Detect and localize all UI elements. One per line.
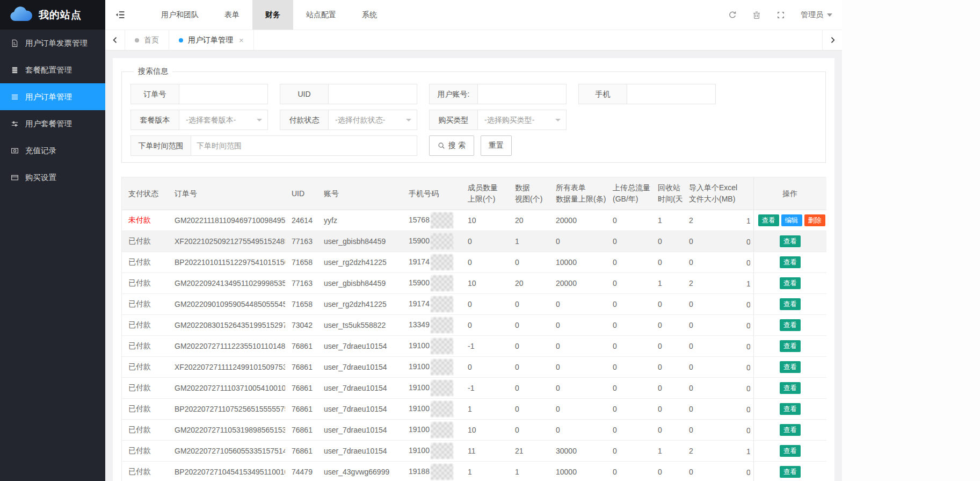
view-button[interactable]: 查看 (780, 298, 801, 310)
search-button[interactable]: 搜 索 (429, 135, 474, 156)
tab-label: 首页 (144, 35, 159, 45)
trash-icon[interactable] (752, 11, 761, 19)
account-input[interactable] (477, 84, 567, 104)
sidebar-item-label: 套餐配置管理 (25, 65, 72, 75)
phone-cell: 19100 (402, 399, 461, 420)
top-nav-item[interactable]: 表单 (212, 0, 252, 30)
truncated-value: 1 (746, 217, 750, 225)
actions-cell: 查看 (753, 441, 826, 462)
actions-cell: 查看 (753, 315, 826, 336)
table-row: 已付款GM2022092413495110299985356477163user… (122, 273, 826, 294)
truncated-value: 0 (746, 363, 750, 372)
data_views-cell: 1 (509, 231, 549, 252)
sidebar-item[interactable]: 用户订单发票管理 (0, 30, 105, 56)
order-cell: GM2022090109590544850555455 (168, 294, 285, 315)
data_views-cell: 0 (509, 294, 549, 315)
refresh-icon[interactable] (728, 11, 737, 19)
tab-dot-icon (135, 38, 139, 42)
column-header-status: 支付状态 (122, 177, 168, 210)
member_limit-cell: 0 (461, 357, 509, 378)
view-button[interactable]: 查看 (780, 319, 801, 331)
phone-cell: 19100 (402, 336, 461, 357)
data_views-cell: 0 (509, 336, 549, 357)
view-button[interactable]: 查看 (780, 466, 801, 478)
actions-cell: 查看 (753, 399, 826, 420)
recycle_days-cell: 0 (651, 252, 683, 273)
uid-cell: 76861 (285, 336, 317, 357)
delete-button[interactable]: 删除 (804, 214, 825, 226)
view-button[interactable]: 查看 (780, 256, 801, 268)
view-button[interactable]: 查看 (780, 277, 801, 289)
tabs-scroll-left-icon[interactable] (105, 30, 125, 50)
view-button[interactable]: 查看 (780, 340, 801, 352)
traffic-cell: 0 (606, 336, 651, 357)
sidebar-item[interactable]: 购买设置 (0, 164, 105, 191)
column-header-line1: 回收站 (658, 182, 676, 193)
pay-status-badge: 已付款 (128, 467, 151, 476)
search-legend: 搜索信息 (134, 67, 172, 76)
sidebar-item[interactable]: 用户套餐管理 (0, 110, 105, 137)
traffic-cell: 0 (606, 378, 651, 399)
truncated-value: 1 (746, 447, 750, 456)
member_limit-cell: 0 (461, 231, 509, 252)
recycle_days-cell: 0 (651, 399, 683, 420)
close-icon[interactable]: × (239, 36, 244, 44)
uid-input[interactable] (328, 84, 417, 104)
sidebar-item[interactable]: 充值记录 (0, 137, 105, 164)
column-header-line1: 操作 (757, 188, 824, 199)
status-cell: 已付款 (122, 357, 168, 378)
search-row-1: 订单号 UID 用户账号: 手机 (130, 84, 817, 104)
form_limit-cell: 0 (549, 315, 606, 336)
pay-status-select-value: -选择付款状态- (335, 116, 385, 124)
edit-button[interactable]: 编辑 (781, 214, 802, 226)
view-button[interactable]: 查看 (780, 382, 801, 394)
sidebar-item[interactable]: 用户订单管理 (0, 83, 105, 110)
phone-prefix: 19100 (409, 341, 430, 350)
phone-blur-mask (431, 338, 453, 354)
phone-input[interactable] (627, 84, 716, 104)
phone-blur-mask (431, 464, 453, 480)
pay-status-badge: 已付款 (128, 425, 151, 434)
view-button[interactable]: 查看 (780, 424, 801, 436)
data_views-cell: 0 (509, 378, 549, 399)
top-nav-item[interactable]: 系统 (349, 0, 390, 30)
order-no-input[interactable] (179, 84, 268, 104)
buy-type-select[interactable]: -选择购买类型- (477, 110, 567, 130)
uid-cell: 76861 (285, 378, 317, 399)
phone-cell: 19174 (402, 294, 461, 315)
column-header-line2: 数据量上限(条) (556, 193, 600, 205)
pay-status-select[interactable]: -选择付款状态- (328, 110, 417, 130)
column-header-line2: 上限(个) (468, 193, 502, 205)
phone-prefix: 13349 (409, 320, 430, 329)
pay-status-badge: 已付款 (128, 257, 151, 266)
column-header-line1: 成员数量 (468, 182, 502, 193)
view-button[interactable]: 查看 (780, 403, 801, 415)
top-nav-item[interactable]: 财务 (252, 0, 293, 30)
tabs-scroll-right-icon[interactable] (822, 30, 842, 50)
form_limit-cell: 0 (549, 336, 606, 357)
top-nav-item[interactable]: 站点配置 (293, 0, 349, 30)
reset-button[interactable]: 重置 (481, 135, 512, 156)
view-button[interactable]: 查看 (780, 361, 801, 373)
breadcrumb-tab[interactable]: 首页 (125, 30, 169, 50)
hidden_col-cell: 0 (745, 420, 753, 441)
time-range-input[interactable] (191, 135, 417, 156)
actions-cell: 查看 (753, 378, 826, 399)
fullscreen-icon[interactable] (776, 11, 785, 19)
view-button[interactable]: 查看 (758, 214, 779, 226)
right-gutter (842, 0, 980, 481)
top-nav-item[interactable]: 用户和团队 (148, 0, 212, 30)
view-button[interactable]: 查看 (780, 235, 801, 247)
view-button[interactable]: 查看 (780, 445, 801, 457)
column-header-phone: 手机号码 (402, 177, 461, 210)
collapse-sidebar-icon[interactable] (115, 10, 126, 19)
uid-cell: 76861 (285, 441, 317, 462)
excel_mb-cell: 2 (683, 441, 745, 462)
order-cell: GM20220727111223551011014899 (168, 336, 285, 357)
user-menu[interactable]: 管理员 (801, 10, 832, 20)
recycle_days-cell: 1 (651, 273, 683, 294)
sidebar-item[interactable]: 套餐配置管理 (0, 56, 105, 83)
package-select[interactable]: -选择套餐版本- (179, 110, 268, 130)
breadcrumb-tab[interactable]: 用户订单管理× (169, 30, 254, 50)
data_views-cell: 21 (509, 441, 549, 462)
